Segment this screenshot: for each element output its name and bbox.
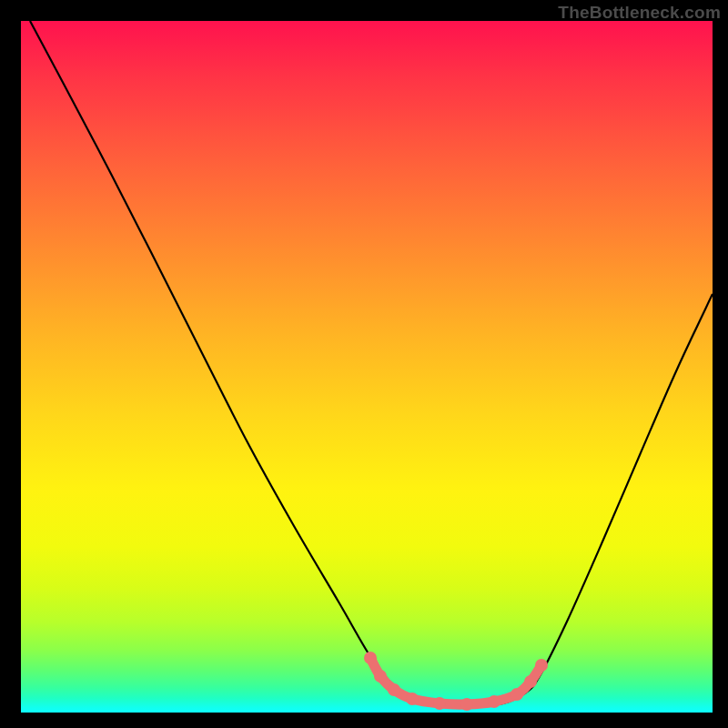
pink-point <box>488 695 500 708</box>
pink-point <box>406 693 419 705</box>
black-curve-path <box>30 21 713 705</box>
pink-point <box>511 688 523 701</box>
pink-point <box>433 697 446 710</box>
pink-point <box>524 675 537 688</box>
pink-point <box>460 698 473 711</box>
pink-point <box>364 652 377 664</box>
curves-svg <box>21 21 713 713</box>
attribution-text: TheBottleneck.com <box>558 3 721 23</box>
chart-frame: TheBottleneck.com <box>0 0 728 728</box>
pink-point <box>535 659 548 672</box>
pink-point <box>374 670 387 682</box>
pink-point <box>388 683 400 696</box>
plot-area <box>21 21 713 713</box>
